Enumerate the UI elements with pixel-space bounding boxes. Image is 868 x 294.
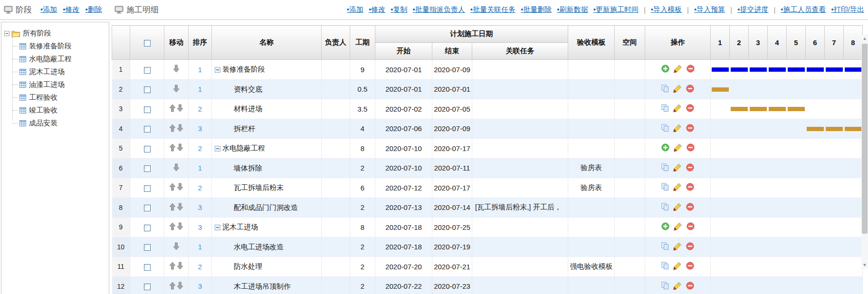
- copy-icon[interactable]: [661, 85, 669, 93]
- edit-icon[interactable]: [673, 183, 682, 191]
- sort-link[interactable]: 1: [198, 66, 202, 74]
- arrow-down-icon[interactable]: [177, 104, 183, 112]
- arrow-down-icon[interactable]: [173, 65, 180, 73]
- phase-action-link[interactable]: •删除: [86, 5, 102, 14]
- edit-icon[interactable]: [674, 143, 682, 152]
- arrow-down-icon[interactable]: [173, 242, 180, 250]
- tree-root-label[interactable]: 所有阶段: [23, 29, 51, 38]
- sort-link[interactable]: 2: [198, 263, 202, 271]
- arrow-down-icon[interactable]: [173, 163, 180, 171]
- delete-icon[interactable]: [686, 85, 694, 93]
- row-checkbox[interactable]: [144, 86, 151, 93]
- toolbar-link[interactable]: •修改: [369, 5, 385, 14]
- row-checkbox[interactable]: [144, 106, 151, 113]
- sort-link[interactable]: 3: [198, 282, 202, 290]
- collapse-expander-icon[interactable]: [4, 31, 10, 36]
- toolbar-link[interactable]: •更新施工时间: [593, 5, 639, 14]
- scroll-up-icon[interactable]: ▲: [861, 35, 868, 42]
- arrow-up-icon[interactable]: [169, 104, 176, 112]
- copy-icon[interactable]: [661, 124, 669, 132]
- sort-link[interactable]: 1: [198, 85, 202, 93]
- copy-icon[interactable]: [661, 163, 669, 171]
- tree-item-label[interactable]: 工程验收: [29, 93, 57, 102]
- arrow-up-icon[interactable]: [169, 183, 176, 191]
- toolbar-link[interactable]: •打印/导出: [831, 5, 864, 14]
- row-checkbox[interactable]: [144, 165, 151, 172]
- edit-icon[interactable]: [673, 282, 682, 290]
- select-all-checkbox[interactable]: [144, 40, 151, 47]
- gantt-bar-segment[interactable]: [826, 67, 843, 72]
- row-checkbox[interactable]: [144, 67, 151, 74]
- row-checkbox[interactable]: [144, 126, 151, 133]
- sort-link[interactable]: 2: [198, 184, 202, 192]
- delete-icon[interactable]: [687, 222, 695, 230]
- arrow-up-icon[interactable]: [169, 282, 176, 290]
- toolbar-link[interactable]: •施工人员查看: [781, 5, 826, 14]
- gantt-bar-segment[interactable]: [807, 67, 824, 72]
- group-expander-icon[interactable]: [215, 146, 220, 152]
- group-expander-icon[interactable]: [215, 225, 220, 230]
- arrow-down-icon[interactable]: [177, 203, 183, 211]
- gantt-bar-segment[interactable]: [788, 67, 805, 72]
- sort-link[interactable]: 3: [198, 223, 202, 231]
- sort-link[interactable]: 1: [198, 164, 202, 172]
- arrow-down-icon[interactable]: [177, 124, 183, 132]
- sort-link[interactable]: 2: [198, 105, 202, 113]
- gantt-bar-segment[interactable]: [845, 67, 862, 72]
- tree-item-phase[interactable]: 装修准备阶段: [10, 40, 107, 53]
- delete-icon[interactable]: [686, 242, 694, 250]
- edit-icon[interactable]: [673, 203, 682, 211]
- edit-icon[interactable]: [673, 242, 682, 250]
- tree-item-phase[interactable]: 油漆工进场: [10, 78, 107, 91]
- copy-icon[interactable]: [661, 183, 669, 191]
- toolbar-link[interactable]: •添加: [347, 5, 363, 14]
- edit-icon[interactable]: [673, 85, 682, 93]
- delete-icon[interactable]: [687, 143, 695, 152]
- row-checkbox[interactable]: [144, 244, 151, 251]
- arrow-up-icon[interactable]: [169, 222, 176, 230]
- tree-item-phase[interactable]: 竣工验收: [10, 104, 107, 117]
- delete-icon[interactable]: [686, 282, 694, 290]
- toolbar-link[interactable]: •批量指派负责人: [413, 5, 465, 14]
- edit-icon[interactable]: [673, 104, 682, 112]
- arrow-down-icon[interactable]: [177, 183, 183, 191]
- tree-item-label[interactable]: 水电隐蔽工程: [29, 55, 72, 64]
- delete-icon[interactable]: [686, 262, 694, 270]
- arrow-up-icon[interactable]: [169, 203, 176, 211]
- gantt-bar-segment[interactable]: [731, 107, 748, 111]
- edit-icon[interactable]: [673, 124, 682, 132]
- delete-icon[interactable]: [686, 124, 694, 132]
- gantt-bar-segment[interactable]: [712, 67, 729, 72]
- group-expander-icon[interactable]: [215, 67, 220, 73]
- tree-item-label[interactable]: 油漆工进场: [29, 80, 65, 89]
- arrow-down-icon[interactable]: [177, 262, 183, 270]
- phase-action-link[interactable]: •修改: [63, 5, 79, 14]
- row-checkbox[interactable]: [144, 225, 151, 231]
- edit-icon[interactable]: [674, 65, 682, 73]
- add-icon[interactable]: [661, 65, 669, 73]
- toolbar-link[interactable]: •提交进度: [737, 5, 768, 14]
- tree-item-label[interactable]: 装修准备阶段: [29, 42, 72, 51]
- row-checkbox[interactable]: [144, 284, 151, 290]
- arrow-up-icon[interactable]: [169, 124, 176, 132]
- tree-item-phase[interactable]: 水电隐蔽工程: [10, 53, 107, 66]
- copy-icon[interactable]: [661, 203, 669, 211]
- scroll-down-icon[interactable]: ▼: [861, 261, 868, 269]
- copy-icon[interactable]: [661, 242, 669, 250]
- copy-icon[interactable]: [661, 262, 669, 270]
- gantt-bar-segment[interactable]: [731, 67, 748, 72]
- arrow-down-icon[interactable]: [177, 143, 183, 152]
- scrollbar-thumb[interactable]: [862, 44, 868, 234]
- delete-icon[interactable]: [686, 104, 694, 112]
- arrow-down-icon[interactable]: [177, 222, 183, 230]
- arrow-up-icon[interactable]: [169, 262, 176, 270]
- gantt-bar-segment[interactable]: [845, 127, 862, 131]
- edit-icon[interactable]: [674, 222, 682, 230]
- sort-link[interactable]: 3: [198, 124, 202, 133]
- copy-icon[interactable]: [661, 104, 669, 112]
- tree-item-phase[interactable]: 泥木工进场: [10, 66, 107, 78]
- gantt-bar-segment[interactable]: [807, 127, 824, 131]
- gantt-bar-segment[interactable]: [712, 87, 729, 92]
- delete-icon[interactable]: [686, 203, 694, 211]
- arrow-up-icon[interactable]: [169, 143, 176, 152]
